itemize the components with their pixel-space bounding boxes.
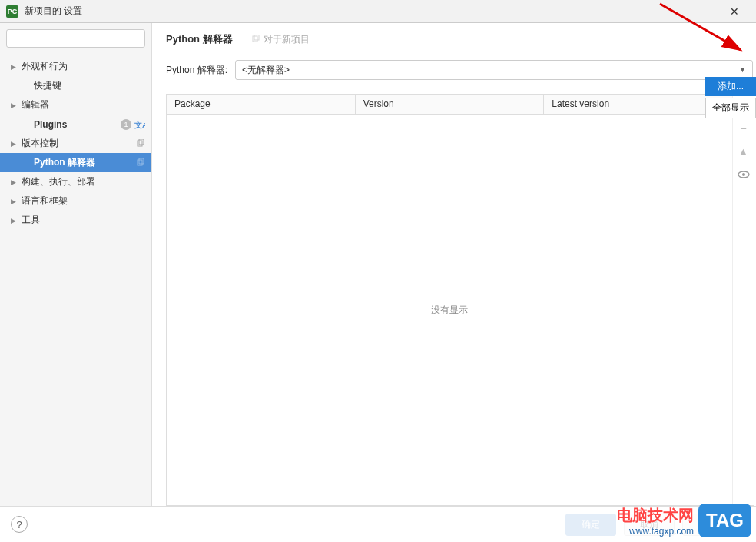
sidebar-item[interactable]: ▶语言和框架 [0,191,151,211]
sidebar-item-label: 构建、执行、部署 [22,175,145,188]
upgrade-package-button[interactable]: ▲ [738,145,750,158]
sidebar-item-label: 编辑器 [22,98,145,111]
svg-rect-5 [138,160,142,165]
sidebar-item-label: Plugins [34,119,121,130]
sidebar-item-label: 外观和行为 [22,60,145,73]
sidebar-item[interactable]: 快捷键 [0,76,151,95]
language-icon: 文A [134,119,145,130]
chevron-right-icon: ▶ [11,140,18,148]
app-icon: PC [6,5,18,18]
svg-text:文A: 文A [134,120,145,128]
show-all-button[interactable]: 全部显示 [705,98,756,118]
chevron-right-icon: ▶ [11,178,18,186]
copy-icon [136,139,145,148]
table-empty: 没有显示 [167,115,732,505]
add-interpreter-button[interactable]: 添加... [705,77,756,96]
eye-icon[interactable] [738,168,750,181]
apply-button[interactable]: 应用(A) [682,514,745,536]
sidebar-item-label: 工具 [22,214,145,227]
window-title: 新项目的 设置 [25,5,82,18]
interpreter-select[interactable]: <无解释器> ▼ [235,60,753,80]
chevron-down-icon: ▼ [739,66,746,74]
ok-button[interactable]: 确定 [565,514,616,536]
col-version[interactable]: Version [356,95,545,114]
col-package[interactable]: Package [167,95,356,114]
badge-count: 1 [121,119,131,130]
sidebar-item[interactable]: ▶外观和行为 [0,57,151,76]
svg-rect-7 [253,36,257,42]
settings-tree: ▶外观和行为快捷键▶编辑器Plugins1文A▶版本控制Python 解释器▶构… [0,54,151,506]
subtitle-text: 对于新项目 [264,33,310,46]
content-panel: Python 解释器 对于新项目 Python 解释器: <无解释器> ▼ 添加… [152,23,756,506]
interpreter-menu: 添加... 全部显示 [705,77,756,118]
interpreter-label: Python 解释器: [166,64,227,77]
chevron-right-icon: ▶ [11,198,18,205]
table-toolbar: + − ▲ [732,95,754,505]
svg-rect-3 [138,141,142,146]
sidebar-item-label: Python 解释器 [34,156,136,169]
chevron-right-icon: ▶ [11,101,18,109]
sidebar-item-label: 语言和框架 [22,195,145,208]
packages-table: Package Version Latest version 没有显示 + − … [166,94,754,506]
sidebar: ▶外观和行为快捷键▶编辑器Plugins1文A▶版本控制Python 解释器▶构… [0,23,152,506]
close-button[interactable]: ✕ [719,0,750,23]
page-title: Python 解释器 [166,32,233,46]
table-header: Package Version Latest version [167,95,732,115]
titlebar: PC 新项目的 设置 ✕ [0,0,756,23]
sidebar-item-label: 快捷键 [34,79,145,92]
col-latest[interactable]: Latest version [544,95,732,114]
search-input[interactable] [6,29,145,48]
sidebar-item-label: 版本控制 [22,137,136,150]
chevron-right-icon: ▶ [11,63,18,71]
chevron-right-icon: ▶ [11,217,18,224]
copy-icon [251,35,260,44]
sidebar-item[interactable]: ▶编辑器 [0,95,151,115]
page-subtitle: 对于新项目 [251,33,310,46]
svg-point-10 [742,173,745,176]
svg-rect-8 [254,35,259,40]
interpreter-value: <无解释器> [242,64,290,77]
sidebar-item[interactable]: Plugins1文A [0,115,151,134]
sidebar-item[interactable]: ▶版本控制 [0,134,151,153]
remove-package-button[interactable]: − [738,122,750,135]
dialog-footer: ? 确定 取消 应用(A) [0,506,756,542]
copy-icon [136,158,145,168]
svg-rect-6 [139,158,144,164]
sidebar-item[interactable]: ▶工具 [0,211,151,230]
cancel-button[interactable]: 取消 [624,514,675,536]
sidebar-item[interactable]: Python 解释器 [0,153,151,172]
svg-rect-4 [139,139,144,145]
sidebar-item[interactable]: ▶构建、执行、部署 [0,172,151,191]
help-button[interactable]: ? [11,516,28,533]
